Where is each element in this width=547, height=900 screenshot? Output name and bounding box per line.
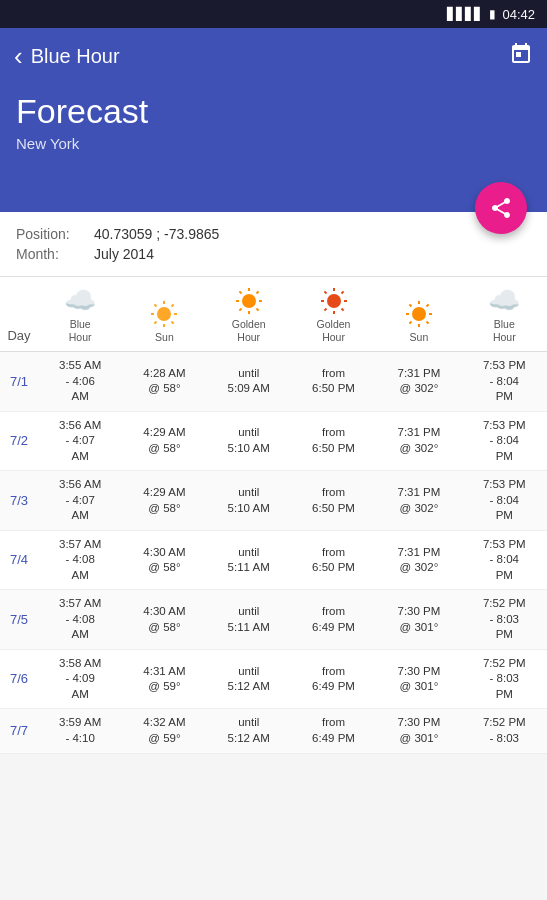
svg-line-7	[155, 321, 157, 323]
table-row: 7/43:57 AM - 4:08 AM4:30 AM @ 58°until 5…	[0, 530, 547, 590]
table-row: 7/73:59 AM - 4:104:32 AM @ 59°until 5:12…	[0, 709, 547, 753]
svg-point-0	[157, 307, 171, 321]
cell-goldenHourMorn-7/6: until 5:12 AM	[207, 649, 291, 709]
cell-sun1-7/5: 4:30 AM @ 58°	[122, 590, 206, 650]
header-section: Forecast New York	[0, 84, 547, 212]
table-row: 7/23:56 AM - 4:07 AM4:29 AM @ 58°until 5…	[0, 411, 547, 471]
cell-goldenHourEve-7/4: from 6:50 PM	[291, 530, 376, 590]
cell-goldenHourEve-7/2: from 6:50 PM	[291, 411, 376, 471]
svg-line-5	[155, 304, 157, 306]
cell-day-7/4: 7/4	[0, 530, 38, 590]
location-text: New York	[16, 135, 531, 152]
svg-line-25	[324, 309, 326, 311]
svg-point-9	[242, 294, 256, 308]
cell-day-7/5: 7/5	[0, 590, 38, 650]
cell-blueHourMorn-7/1: 3:55 AM - 4:06 AM	[38, 352, 122, 412]
cell-sun2-7/2: 7:31 PM @ 302°	[376, 411, 461, 471]
svg-line-17	[256, 291, 258, 293]
share-fab-button[interactable]	[475, 182, 527, 234]
cell-sun2-7/7: 7:30 PM @ 301°	[376, 709, 461, 753]
position-label: Position:	[16, 226, 86, 242]
info-panel: Position: 40.73059 ; -73.9865 Month: Jul…	[0, 212, 547, 277]
sun-light-icon	[149, 299, 179, 329]
nav-title: Blue Hour	[31, 45, 120, 68]
col-blue-hour-morn: ☁️ BlueHour	[38, 277, 122, 352]
svg-line-23	[324, 291, 326, 293]
cell-sun1-7/2: 4:29 AM @ 58°	[122, 411, 206, 471]
col-blue-hour-eve: ☁️ BlueHour	[462, 277, 547, 352]
cell-sun1-7/4: 4:30 AM @ 58°	[122, 530, 206, 590]
col-sun2: Sun	[376, 277, 461, 352]
calendar-button[interactable]	[509, 42, 533, 71]
table-row: 7/33:56 AM - 4:07 AM4:29 AM @ 58°until 5…	[0, 471, 547, 531]
cell-sun1-7/3: 4:29 AM @ 58°	[122, 471, 206, 531]
back-chevron-icon: ‹	[14, 41, 23, 72]
cell-sun1-7/6: 4:31 AM @ 59°	[122, 649, 206, 709]
cell-day-7/2: 7/2	[0, 411, 38, 471]
cell-blueHourEve-7/4: 7:53 PM - 8:04 PM	[462, 530, 547, 590]
position-value: 40.73059 ; -73.9865	[94, 226, 219, 242]
back-button[interactable]: ‹ Blue Hour	[14, 41, 120, 72]
month-row: Month: July 2014	[16, 246, 531, 262]
table-row: 7/53:57 AM - 4:08 AM4:30 AM @ 58°until 5…	[0, 590, 547, 650]
status-time: 04:42	[502, 7, 535, 22]
cloud-eve-icon: ☁️	[488, 285, 520, 316]
cell-blueHourEve-7/5: 7:52 PM - 8:03 PM	[462, 590, 547, 650]
cell-goldenHourMorn-7/7: until 5:12 AM	[207, 709, 291, 753]
svg-line-35	[426, 304, 428, 306]
svg-line-33	[426, 321, 428, 323]
cell-blueHourEve-7/2: 7:53 PM - 8:04 PM	[462, 411, 547, 471]
cell-blueHourMorn-7/6: 3:58 AM - 4:09 AM	[38, 649, 122, 709]
month-label: Month:	[16, 246, 86, 262]
cell-sun1-7/1: 4:28 AM @ 58°	[122, 352, 206, 412]
nav-bar: ‹ Blue Hour	[0, 28, 547, 84]
cell-goldenHourMorn-7/3: until 5:10 AM	[207, 471, 291, 531]
golden-hour-morn-icon	[234, 286, 264, 316]
golden-hour-eve-icon	[319, 286, 349, 316]
battery-icon: ▮	[489, 7, 496, 21]
cell-blueHourMorn-7/2: 3:56 AM - 4:07 AM	[38, 411, 122, 471]
cell-goldenHourEve-7/5: from 6:49 PM	[291, 590, 376, 650]
svg-point-27	[412, 307, 426, 321]
cell-sun2-7/1: 7:31 PM @ 302°	[376, 352, 461, 412]
cell-day-7/7: 7/7	[0, 709, 38, 753]
cell-sun2-7/5: 7:30 PM @ 301°	[376, 590, 461, 650]
cell-day-7/3: 7/3	[0, 471, 38, 531]
col-day: Day	[0, 277, 38, 352]
cell-goldenHourEve-7/7: from 6:49 PM	[291, 709, 376, 753]
month-value: July 2014	[94, 246, 154, 262]
svg-line-14	[239, 291, 241, 293]
signal-icon: ▋▋▋▋	[447, 7, 483, 21]
col-sun1: Sun	[122, 277, 206, 352]
svg-line-24	[341, 309, 343, 311]
cell-goldenHourMorn-7/2: until 5:10 AM	[207, 411, 291, 471]
cell-blueHourMorn-7/5: 3:57 AM - 4:08 AM	[38, 590, 122, 650]
svg-line-26	[341, 291, 343, 293]
cell-goldenHourEve-7/3: from 6:50 PM	[291, 471, 376, 531]
forecast-table: Day ☁️ BlueHour	[0, 277, 547, 754]
position-row: Position: 40.73059 ; -73.9865	[16, 226, 531, 242]
share-icon	[489, 196, 513, 220]
svg-line-6	[172, 321, 174, 323]
svg-point-18	[327, 294, 341, 308]
svg-line-32	[409, 304, 411, 306]
cell-goldenHourEve-7/6: from 6:49 PM	[291, 649, 376, 709]
svg-line-16	[239, 309, 241, 311]
cell-sun2-7/4: 7:31 PM @ 302°	[376, 530, 461, 590]
cell-blueHourMorn-7/7: 3:59 AM - 4:10	[38, 709, 122, 753]
forecast-table-wrapper: Day ☁️ BlueHour	[0, 277, 547, 900]
cell-day-7/1: 7/1	[0, 352, 38, 412]
cell-blueHourEve-7/7: 7:52 PM - 8:03	[462, 709, 547, 753]
forecast-title: Forecast	[16, 92, 531, 131]
sun-orange-icon	[404, 299, 434, 329]
cell-blueHourEve-7/1: 7:53 PM - 8:04 PM	[462, 352, 547, 412]
table-row: 7/13:55 AM - 4:06 AM4:28 AM @ 58°until 5…	[0, 352, 547, 412]
status-bar: ▋▋▋▋ ▮ 04:42	[0, 0, 547, 28]
cell-goldenHourMorn-7/1: until 5:09 AM	[207, 352, 291, 412]
svg-line-8	[172, 304, 174, 306]
cell-sun2-7/3: 7:31 PM @ 302°	[376, 471, 461, 531]
cell-goldenHourMorn-7/4: until 5:11 AM	[207, 530, 291, 590]
svg-line-34	[409, 321, 411, 323]
cell-blueHourMorn-7/3: 3:56 AM - 4:07 AM	[38, 471, 122, 531]
col-golden-hour-morn: GoldenHour	[207, 277, 291, 352]
